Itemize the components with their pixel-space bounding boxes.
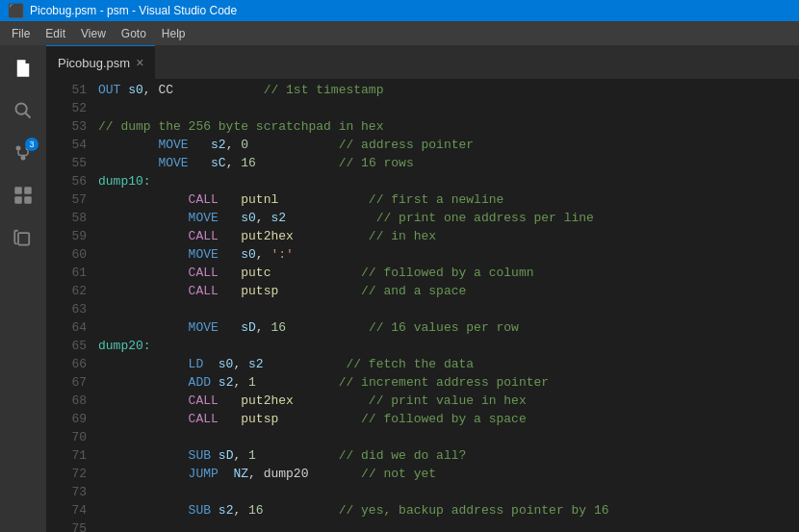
token-reg: sC <box>189 156 226 170</box>
token-reg: NZ <box>219 467 248 481</box>
token-comment: // in hex <box>294 229 436 243</box>
line-number: 66 <box>46 355 87 373</box>
code-line: SUB sD, 1 // did we do all? <box>98 446 799 465</box>
line-numbers: 5152535455565758596061626364656667686970… <box>46 79 94 532</box>
token-reg: s0 <box>120 83 142 97</box>
token-num: 16 <box>271 320 286 335</box>
token-comment: // fetch the data <box>264 357 474 371</box>
token-punct: , <box>226 156 242 170</box>
activity-bar: 3 <box>0 45 46 532</box>
code-line <box>98 483 799 501</box>
code-line: dump10: <box>98 172 799 190</box>
token-comment: // 1st timestamp <box>173 83 383 97</box>
code-line: MOVE s0, s2 // print one address per lin… <box>98 209 799 227</box>
token-reg: s2 <box>211 503 233 518</box>
tab-bar: Picobug.psm × <box>46 45 799 79</box>
token-comment: // did we do all? <box>256 448 466 463</box>
line-number: 69 <box>46 410 87 428</box>
code-line <box>98 428 799 446</box>
files-icon[interactable] <box>4 49 42 88</box>
code-line: CALL putnl // first a newline <box>98 190 799 209</box>
line-number: 63 <box>46 300 87 318</box>
app-icon: ⬛ <box>8 3 24 18</box>
code-line: CALL put2hex // in hex <box>98 227 799 245</box>
search-icon[interactable] <box>4 91 42 130</box>
line-number: 52 <box>46 99 87 117</box>
token-kw-call: CALL <box>98 229 219 243</box>
menu-item-goto[interactable]: Goto <box>114 25 154 42</box>
line-number: 56 <box>46 172 87 190</box>
token-kw-move: MOVE <box>98 247 219 262</box>
code-area[interactable]: 5152535455565758596061626364656667686970… <box>46 79 799 532</box>
token-comment: // followed by a column <box>271 266 533 280</box>
line-number: 70 <box>46 428 87 446</box>
token-comment: // 16 rows <box>256 156 414 170</box>
line-number: 55 <box>46 154 87 172</box>
token-kw-call: CALL <box>98 284 219 298</box>
code-line: OUT s0, CC // 1st timestamp <box>98 81 799 99</box>
svg-rect-9 <box>18 233 29 245</box>
token-reg: s2 <box>248 357 264 371</box>
code-line: MOVE s0, ':' <box>98 245 799 264</box>
token-comment: // print value in hex <box>294 393 527 408</box>
svg-rect-7 <box>14 196 22 204</box>
token-comment: // followed by a space <box>278 412 526 426</box>
menu-item-view[interactable]: View <box>73 25 114 42</box>
line-number: 57 <box>46 190 87 209</box>
token-kw-call: CALL <box>98 266 219 280</box>
code-line <box>98 519 799 532</box>
code-line <box>98 99 799 117</box>
token-punct: , <box>226 138 242 152</box>
line-number: 73 <box>46 483 87 501</box>
token-fn-name: putnl <box>219 192 278 207</box>
line-number: 53 <box>46 117 87 136</box>
line-number: 67 <box>46 373 87 392</box>
menu-item-edit[interactable]: Edit <box>38 25 73 42</box>
token-label-def: dump10: <box>98 174 151 189</box>
extensions-icon[interactable] <box>4 176 42 215</box>
editor: Picobug.psm × 51525354555657585960616263… <box>46 45 799 532</box>
code-line: LD s0, s2 // fetch the data <box>98 355 799 373</box>
code-line: MOVE sD, 16 // 16 values per row <box>98 318 799 337</box>
line-number: 60 <box>46 245 87 264</box>
line-number: 64 <box>46 318 87 337</box>
token-kw-move: MOVE <box>98 138 189 152</box>
copy-icon[interactable] <box>4 218 42 257</box>
line-number: 54 <box>46 136 87 154</box>
code-line: MOVE s2, 0 // address pointer <box>98 136 799 154</box>
token-kw-call: CALL <box>98 412 219 426</box>
token-reg: s2 <box>271 211 286 225</box>
menu-item-file[interactable]: File <box>4 25 38 42</box>
tab-filename: Picobug.psm <box>58 56 130 70</box>
source-control-icon[interactable]: 3 <box>4 134 42 172</box>
svg-rect-8 <box>24 196 32 204</box>
tab-close-button[interactable]: × <box>136 56 143 69</box>
line-number: 71 <box>46 446 87 465</box>
svg-point-0 <box>16 104 27 114</box>
code-line <box>98 300 799 318</box>
code-line: SUB s2, 16 // yes, backup address pointe… <box>98 501 799 519</box>
code-line: MOVE sC, 16 // 16 rows <box>98 154 799 172</box>
token-kw-out: OUT <box>98 83 120 97</box>
tab-picobug[interactable]: Picobug.psm × <box>46 45 155 79</box>
line-number: 74 <box>46 501 87 519</box>
token-kw-move: MOVE <box>98 320 219 335</box>
token-kw-add: ADD <box>98 375 211 390</box>
token-punct: , CC <box>143 83 173 97</box>
token-fn-name: put2hex <box>219 229 294 243</box>
token-num: 1 <box>248 375 256 390</box>
menu-item-help[interactable]: Help <box>154 25 193 42</box>
token-punct: , <box>233 503 248 518</box>
token-comment: // dump the 256 byte scratchpad in hex <box>98 119 383 134</box>
line-number: 51 <box>46 81 87 99</box>
token-punct: , <box>233 448 248 463</box>
svg-rect-5 <box>14 187 22 194</box>
token-reg: s2 <box>211 375 233 390</box>
token-kw-sub: SUB <box>98 503 211 518</box>
token-kw-move: MOVE <box>98 156 189 170</box>
token-reg: s0 <box>203 357 233 371</box>
line-number: 62 <box>46 282 87 300</box>
line-number: 58 <box>46 209 87 227</box>
token-kw-sub: SUB <box>98 448 211 463</box>
token-reg: s2 <box>189 138 226 152</box>
